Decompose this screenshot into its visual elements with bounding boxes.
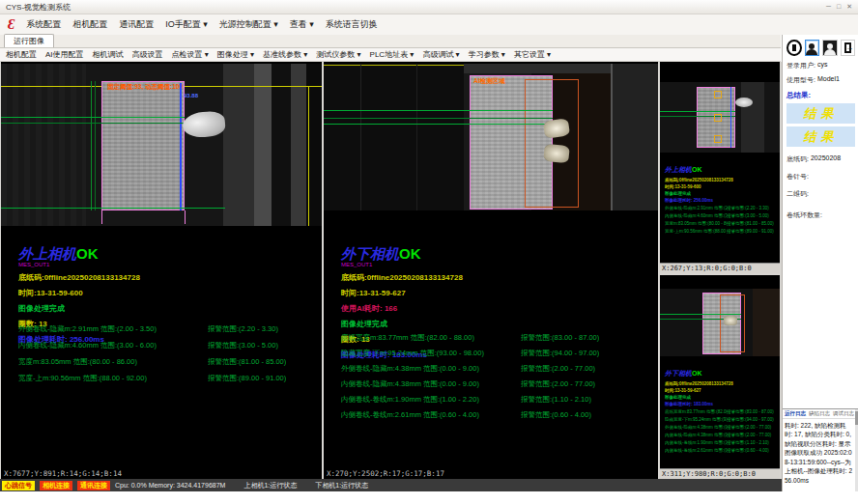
log-panel: 运行日志 缺陷日志 调试日志 耗时: 222, 缺陷检测耗时: 17, 缺陷分类… — [783, 408, 858, 491]
measurement-row: 宽度-上m:90.56mm 范围:(88.00 - 92.00)报警范围:(89… — [18, 374, 316, 383]
tool-baseline-params[interactable]: 基准线参数 ▾ — [263, 49, 307, 60]
baseline-hline-green — [324, 124, 553, 125]
camera-title: 外下相机 — [341, 245, 399, 262]
mini-result-upper: 外上相机OK 底纸码:0ffline20250208133134728 时间:1… — [665, 158, 775, 234]
total-result-label: 总结果: — [786, 91, 855, 100]
camera-image-lower[interactable]: AI检测区域 — [324, 64, 658, 210]
maximize-icon[interactable]: □ — [837, 3, 841, 11]
measurement-row: 隐藏宽度-下m:95.24mm 范围:(93.00 - 98.00)报警范围:(… — [665, 417, 775, 422]
camera-view-upper[interactable]: 固定阈值:93, 动态阈值:100 93.88 外上相机OK MES_OUT1 … — [1, 62, 322, 479]
machine-column — [254, 64, 272, 226]
baseline-hline-green — [1, 123, 185, 124]
edge-vline-green — [95, 81, 96, 210]
menu-io-config[interactable]: IO手配置 ▾ — [165, 18, 208, 31]
tool-tester-params[interactable]: 测试仪参数 ▾ — [316, 49, 360, 60]
menu-comm-config[interactable]: 通讯配置 — [119, 18, 154, 31]
mes-label: MES_OUT1 — [18, 262, 140, 267]
callout-rect-orange — [714, 135, 722, 143]
result-display-1: 结果 — [786, 103, 855, 124]
mes-label: MES_OUT1 — [341, 262, 463, 267]
measurement-list-lower: 底纸宽度m:83.77mm 范围:(82.00 - 88.00)报警范围:(83… — [341, 333, 652, 426]
admin-user-button[interactable] — [822, 40, 837, 56]
log-tab-defect[interactable]: 缺陷日志 — [809, 410, 830, 417]
tool-spotcheck-settings[interactable]: 点检设置 ▾ — [172, 49, 209, 60]
measurement-row: 外侧卷线-隐藏m:4.38mm 范围:(0.00 - 9.00)报警范围:(2.… — [665, 425, 775, 430]
tab-run-image[interactable]: 运行图像 — [4, 34, 54, 47]
measurement-row: 外侧卷线-隐藏m:2.91mm 范围:(2.00 - 3.50)报警范围:(2.… — [18, 324, 316, 334]
exit-arrow-icon: → — [845, 44, 853, 52]
baseline-hline-green — [1, 117, 185, 118]
cursor-pixel-readout: X:270;Y:2502;R:17;G:17;B:17 — [324, 468, 658, 479]
tool-learning-params[interactable]: 学习参数 ▾ — [469, 49, 505, 60]
mini-view-lower[interactable]: 外下相机OK 底纸码:0ffline20250208133134728 时间:1… — [660, 275, 780, 479]
tool-advanced-debug[interactable]: 高级调试 ▾ — [422, 49, 459, 60]
menu-light-config[interactable]: 光源控制配置 ▾ — [219, 18, 278, 31]
cursor-pixel-readout: X:311;Y:980;R:0;G:0;B:0 — [660, 468, 780, 479]
operator-user-button[interactable] — [805, 40, 819, 56]
paper-code-line: 底纸码:0ffline20250208133134728 — [665, 178, 775, 182]
calibration-vline-yellow — [308, 86, 309, 226]
menubar: Ɛ 系统配置 相机配置 通讯配置 IO手配置 ▾ 光源控制配置 ▾ 查看 ▾ 系… — [0, 14, 858, 35]
tool-image-processing[interactable]: 图像处理 ▾ — [217, 49, 254, 60]
model-value[interactable]: Model1 — [817, 75, 840, 85]
tool-camera-config[interactable]: 相机配置 — [6, 49, 37, 60]
login-user-label: 登录用户: — [786, 61, 815, 70]
close-icon[interactable]: ✕ — [846, 3, 852, 11]
film-tail-highlight — [724, 316, 737, 325]
log-tab-debug[interactable]: 调试日志 — [833, 410, 854, 417]
tool-advanced-settings[interactable]: 高级设置 — [132, 49, 163, 60]
menu-language-switch[interactable]: 系统语言切换 — [326, 18, 378, 31]
pause-button[interactable] — [786, 40, 802, 56]
menu-view[interactable]: 查看 ▾ — [290, 18, 314, 31]
result-ok-badge: OK — [76, 245, 99, 262]
mini-image-lower[interactable] — [660, 289, 780, 356]
baseline-hline-green — [660, 111, 735, 112]
machine-column — [611, 64, 658, 210]
camera-image-upper[interactable]: 固定阈值:93, 动态阈值:100 93.88 — [1, 64, 322, 226]
camera-connect-badge: 相机连接 — [40, 481, 72, 490]
film-tail-highlight — [543, 144, 570, 164]
process-done-line: 图像处理完成 — [341, 319, 463, 329]
measurement-row: 内侧卷线-隐藏m:4.60mm 范围:(3.00 - 6.00)报警范围:(3.… — [18, 341, 316, 350]
edge-vline-green — [91, 81, 92, 210]
result-display-2: 结果 — [786, 126, 855, 147]
log-tab-run[interactable]: 运行日志 — [785, 410, 806, 417]
tool-ai-config[interactable]: AI使用配置 — [45, 49, 84, 60]
login-user-value: cys — [817, 61, 828, 70]
ai-time-line: 使用AI耗时: 166 — [341, 303, 463, 314]
machine-column — [272, 64, 291, 226]
tool-plc-address-table[interactable]: PLC地址表 ▾ — [370, 49, 415, 60]
callout-rect-orange — [714, 91, 722, 98]
process-done-line: 图像处理完成 — [18, 303, 140, 314]
time-line: 时间:13-31-59-627 — [665, 388, 775, 393]
camera-title: 外下相机 — [665, 370, 692, 377]
window-title: CYS-视觉检测系统 — [6, 2, 71, 13]
measure-value-blue: 93.88 — [184, 93, 198, 98]
paper-code-label: 底纸码: — [786, 154, 809, 164]
measurement-row: 外侧卷线-隐藏m:4.38mm 范围:(0.00 - 9.00)报警范围:(2.… — [341, 364, 652, 374]
ring-count-label: 卷纸环数量: — [786, 210, 822, 220]
heartbeat-status-badge: 心跳信号 — [2, 481, 35, 490]
measurement-row: 内侧卷线-隐藏m:4.38mm 范围:(0.00 - 9.00)报警范围:(2.… — [341, 379, 652, 389]
machine-edge — [416, 64, 417, 210]
tool-camera-debug[interactable]: 相机调试 — [93, 49, 124, 60]
measurement-row: 内侧卷线-卷线m:1.90mm 范围:(1.00 - 2.20)报警范围:(1.… — [665, 440, 775, 445]
minimize-icon[interactable]: ─ — [826, 3, 831, 11]
tool-other-settings[interactable]: 其它设置 ▾ — [514, 49, 551, 60]
menu-camera-config[interactable]: 相机配置 — [72, 18, 107, 31]
camera-view-lower[interactable]: AI检测区域 外下相机OK MES_OUT1 底纸码:0ffline202502… — [324, 62, 658, 479]
app-window: CYS-视觉检测系统 ─ □ ✕ Ɛ 系统配置 相机配置 通讯配置 IO手配置 … — [0, 0, 858, 504]
measure-vline-blue — [180, 83, 182, 210]
baseline-hline-green — [660, 314, 741, 315]
app-logo-icon: Ɛ — [8, 18, 14, 32]
roi-vline-pink — [101, 210, 102, 224]
cursor-pixel-readout: X:7677;Y:891;R:14;G:14;B:14 — [1, 468, 322, 479]
cursor-pixel-readout: X:267;Y:13;R:0;G:0;B:0 — [660, 263, 780, 273]
logout-button[interactable]: → — [841, 40, 855, 56]
menu-system-config[interactable]: 系统配置 — [26, 18, 61, 31]
mini-view-upper[interactable]: 外上相机OK 底纸码:0ffline20250208133134728 时间:1… — [660, 62, 780, 273]
lower-camera-state: 下相机1:运行状态 — [315, 481, 368, 490]
window-bottom-margin — [0, 491, 858, 504]
mini-image-upper[interactable] — [660, 82, 780, 153]
log-tabs: 运行日志 缺陷日志 调试日志 — [783, 409, 858, 419]
